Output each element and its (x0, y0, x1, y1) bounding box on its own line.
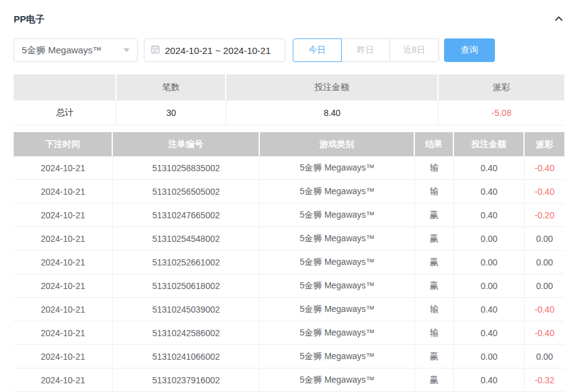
collapse-panel-button[interactable] (553, 14, 564, 25)
game-select-value: 5金狮 Megaways™ (22, 45, 123, 56)
calendar-icon (151, 45, 160, 56)
order-number-cell: 51310237916002 (113, 368, 260, 391)
payout-cell: -0.40 (525, 298, 564, 321)
order-number-cell: 51310241066002 (113, 345, 260, 368)
order-number-cell: 51310245039002 (113, 298, 260, 321)
game-type-cell: 5金狮 Megaways™ (260, 180, 415, 203)
bet-records-table: 下注时间 注单编号 游戏类别 结果 投注金额 派彩 2024-10-21 513… (14, 132, 564, 392)
bet-time-cell: 2024-10-21 (14, 368, 113, 391)
header-result: 结果 (415, 132, 454, 156)
summary-header-payout: 派彩 (438, 74, 564, 100)
bet-time-cell: 2024-10-21 (14, 298, 113, 321)
result-cell: 赢 (415, 251, 454, 274)
bet-amount-cell: 0.40 (454, 368, 525, 391)
game-type-cell: 5金狮 Megaways™ (260, 321, 415, 344)
table-row: 2024-10-21 51310258835002 5金狮 Megaways™ … (14, 156, 564, 180)
result-cell: 赢 (415, 203, 454, 226)
table-row: 2024-10-21 51310245039002 5金狮 Megaways™ … (14, 298, 564, 321)
result-cell: 输 (415, 156, 454, 179)
bet-amount-cell: 0.00 (454, 227, 525, 250)
bet-records-header: 下注时间 注单编号 游戏类别 结果 投注金额 派彩 (14, 132, 564, 156)
quick-range-yesterday-button[interactable]: 昨日 (341, 38, 390, 62)
header-payout: 派彩 (525, 132, 564, 156)
order-number-cell: 51310254548002 (113, 227, 260, 250)
order-number-cell: 51310256505002 (113, 180, 260, 203)
game-type-cell: 5金狮 Megaways™ (260, 227, 415, 250)
summary-header-blank (14, 74, 117, 100)
payout-cell: 0.00 (525, 345, 564, 368)
payout-cell: -0.32 (525, 368, 564, 391)
summary-total-row: 总计 30 8.40 -5.08 (14, 100, 564, 125)
game-type-cell: 5金狮 Megaways™ (260, 298, 415, 321)
order-number-cell: 51310252661002 (113, 251, 260, 274)
payout-cell: -0.20 (525, 203, 564, 226)
result-cell: 赢 (415, 368, 454, 391)
summary-total-bet: 8.40 (226, 100, 438, 125)
payout-cell: 0.00 (525, 227, 564, 250)
bet-amount-cell: 0.00 (454, 345, 525, 368)
payout-cell: 0.00 (525, 251, 564, 274)
bet-time-cell: 2024-10-21 (14, 156, 113, 179)
game-type-cell: 5金狮 Megaways™ (260, 368, 415, 391)
table-row: 2024-10-21 51310242586002 5金狮 Megaways™ … (14, 321, 564, 345)
game-type-cell: 5金狮 Megaways™ (260, 251, 415, 274)
bet-amount-cell: 0.40 (454, 156, 525, 179)
summary-header-count: 笔数 (117, 74, 226, 100)
header-game-type: 游戏类别 (260, 132, 415, 156)
order-number-cell: 51310247665002 (113, 203, 260, 226)
filter-bar: 5金狮 Megaways™ 2024-10-21 ~ 2024-10-21 (14, 38, 564, 62)
table-row: 2024-10-21 51310247665002 5金狮 Megaways™ … (14, 203, 564, 227)
game-type-cell: 5金狮 Megaways™ (260, 156, 415, 179)
result-cell: 输 (415, 180, 454, 203)
header-order-number: 注单编号 (113, 132, 260, 156)
table-row: 2024-10-21 51310252661002 5金狮 Megaways™ … (14, 251, 564, 274)
result-cell: 赢 (415, 274, 454, 297)
pp-electronic-panel: PP电子 5金狮 Megaways™ (0, 12, 578, 392)
query-button[interactable]: 查询 (444, 38, 495, 62)
table-row: 2024-10-21 51310241066002 5金狮 Megaways™ … (14, 345, 564, 368)
game-type-cell: 5金狮 Megaways™ (260, 345, 415, 368)
page-title: PP电子 (14, 14, 45, 25)
date-range-value: 2024-10-21 ~ 2024-10-21 (165, 45, 271, 56)
bet-amount-cell: 0.40 (454, 321, 525, 344)
date-range-picker[interactable]: 2024-10-21 ~ 2024-10-21 (144, 38, 285, 62)
summary-total-count: 30 (117, 100, 226, 125)
order-number-cell: 51310258835002 (113, 156, 260, 179)
result-cell: 赢 (415, 345, 454, 368)
payout-cell: -0.40 (525, 180, 564, 203)
result-cell: 输 (415, 298, 454, 321)
summary-total-payout: -5.08 (438, 100, 564, 125)
quick-range-today-button[interactable]: 今日 (293, 38, 342, 62)
bet-amount-cell: 0.00 (454, 274, 525, 297)
bet-time-cell: 2024-10-21 (14, 180, 113, 203)
bet-amount-cell: 0.40 (454, 298, 525, 321)
header-bet-amount: 投注金额 (454, 132, 525, 156)
summary-header-bet: 投注金额 (226, 74, 438, 100)
bet-time-cell: 2024-10-21 (14, 251, 113, 274)
chevron-up-icon (554, 14, 564, 25)
table-row: 2024-10-21 51310250618002 5金狮 Megaways™ … (14, 274, 564, 298)
game-select[interactable]: 5金狮 Megaways™ (14, 38, 138, 62)
bet-time-cell: 2024-10-21 (14, 321, 113, 344)
table-row: 2024-10-21 51310237916002 5金狮 Megaways™ … (14, 368, 564, 392)
bet-amount-cell: 0.40 (454, 203, 525, 226)
summary-table-header: 笔数 投注金额 派彩 (14, 74, 564, 100)
payout-cell: 0.00 (525, 274, 564, 297)
game-type-cell: 5金狮 Megaways™ (260, 274, 415, 297)
bet-time-cell: 2024-10-21 (14, 203, 113, 226)
table-row: 2024-10-21 51310256505002 5金狮 Megaways™ … (14, 180, 564, 203)
order-number-cell: 51310250618002 (113, 274, 260, 297)
summary-total-label: 总计 (14, 100, 117, 125)
bet-time-cell: 2024-10-21 (14, 227, 113, 250)
order-number-cell: 51310242586002 (113, 321, 260, 344)
header-bet-time: 下注时间 (14, 132, 113, 156)
quick-range-last8days-button[interactable]: 近8日 (389, 38, 439, 62)
bet-time-cell: 2024-10-21 (14, 274, 113, 297)
bet-amount-cell: 0.40 (454, 180, 525, 203)
bet-amount-cell: 0.00 (454, 251, 525, 274)
table-row: 2024-10-21 51310254548002 5金狮 Megaways™ … (14, 227, 564, 251)
game-type-cell: 5金狮 Megaways™ (260, 203, 415, 226)
payout-cell: -0.40 (525, 321, 564, 344)
panel-header: PP电子 (14, 12, 564, 26)
payout-cell: -0.40 (525, 156, 564, 179)
